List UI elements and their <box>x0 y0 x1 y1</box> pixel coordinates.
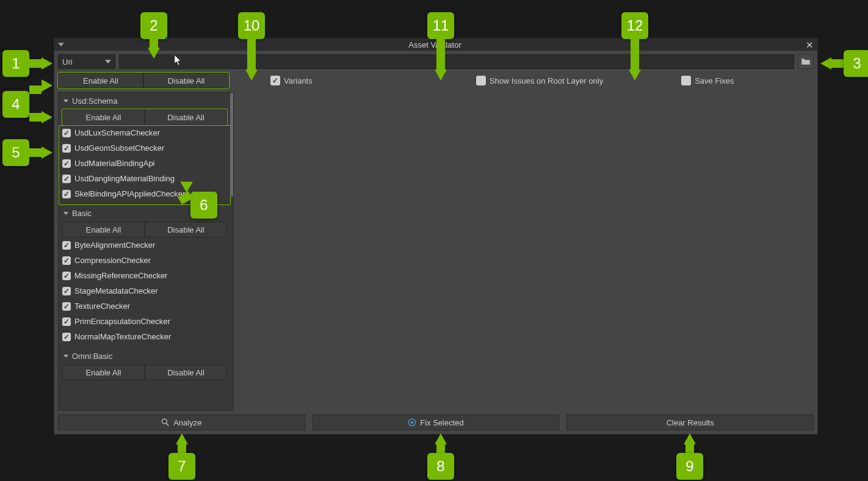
group-title: Usd:Schema <box>72 96 117 106</box>
checkbox-icon[interactable] <box>62 241 71 250</box>
mode-select-label: Uri <box>62 57 73 67</box>
mode-select[interactable]: Uri <box>58 54 115 69</box>
group-enable-disable: Enable AllDisable All <box>62 109 227 125</box>
group-enable-all-button[interactable]: Enable All <box>62 364 145 380</box>
checker-label: TextureChecker <box>74 302 130 311</box>
group-header[interactable]: Omni:Basic <box>59 348 231 364</box>
svg-line-1 <box>167 424 169 426</box>
asset-validator-window: Asset Validator ✕ Uri Enable All Disable… <box>54 38 818 435</box>
callout-4: 4 <box>2 91 29 118</box>
checker-label: ByteAlignmentChecker <box>74 240 155 250</box>
callout-3: 3 <box>844 50 868 77</box>
callout-9: 9 <box>676 453 703 480</box>
checker-label: UsdGeomSubsetChecker <box>74 143 164 153</box>
scrollbar[interactable] <box>230 93 233 197</box>
group-enable-all-button[interactable]: Enable All <box>62 222 145 237</box>
enable-all-button[interactable]: Enable All <box>58 73 143 89</box>
play-icon <box>408 418 416 427</box>
callout-2: 2 <box>140 12 167 39</box>
checker-row[interactable]: MissingReferenceChecker <box>61 269 228 282</box>
svg-point-0 <box>162 419 167 424</box>
checker-label: UsdLuxSchemaChecker <box>74 128 160 137</box>
button-label: Fix Selected <box>420 418 464 427</box>
group-enable-all-button[interactable]: Enable All <box>62 109 145 125</box>
rules-sidebar: Usd:SchemaEnable AllDisable AllUsdLuxSch… <box>58 92 234 411</box>
checkbox-icon[interactable] <box>62 317 71 326</box>
checkbox-icon[interactable] <box>681 76 691 85</box>
checker-row[interactable]: ByteAlignmentChecker <box>61 239 228 251</box>
group-title: Omni:Basic <box>72 352 112 361</box>
option-variants[interactable]: Variants <box>270 76 313 85</box>
checker-row[interactable]: TextureChecker <box>61 300 228 313</box>
checker-row[interactable]: UsdLuxSchemaChecker <box>61 126 228 139</box>
callout-12: 12 <box>621 12 648 39</box>
chevron-down-icon <box>105 60 111 63</box>
callout-7: 7 <box>168 453 195 480</box>
checker-label: MissingReferenceChecker <box>74 271 167 280</box>
checker-label: PrimEncapsulationChecker <box>74 317 170 326</box>
checkbox-icon[interactable] <box>62 302 71 311</box>
option-label: Save Fixes <box>695 76 734 85</box>
checker-row[interactable]: CompressionChecker <box>61 254 228 267</box>
group-enable-disable: Enable AllDisable All <box>62 364 227 380</box>
checkbox-icon[interactable] <box>62 272 71 280</box>
option-label: Show Issues on Root Layer only <box>490 76 603 85</box>
chevron-down-icon <box>63 212 68 215</box>
checker-row[interactable]: PrimEncapsulationChecker <box>61 315 228 328</box>
search-icon <box>161 418 170 427</box>
button-label: Clear Results <box>667 418 714 427</box>
global-enable-disable: Enable All Disable All <box>58 73 229 89</box>
checker-list <box>59 380 231 386</box>
collapse-icon[interactable] <box>58 43 64 46</box>
browse-button[interactable] <box>798 54 814 69</box>
chevron-down-icon <box>63 99 68 103</box>
checkbox-icon[interactable] <box>62 287 71 295</box>
callout-1: 1 <box>2 50 29 77</box>
checkbox-icon[interactable] <box>62 333 71 341</box>
callout-10: 10 <box>238 12 265 39</box>
checkbox-icon[interactable] <box>62 190 71 198</box>
group-disable-all-button[interactable]: Disable All <box>145 222 227 237</box>
checker-label: CompressionChecker <box>74 256 151 265</box>
group-title: Basic <box>72 209 92 218</box>
fix-selected-button[interactable]: Fix Selected <box>313 414 560 430</box>
callout-5: 5 <box>2 139 29 166</box>
checkbox-icon[interactable] <box>62 129 71 137</box>
checker-label: UsdMaterialBindingApi <box>74 159 155 168</box>
checker-row[interactable]: StageMetadataChecker <box>61 284 228 297</box>
checkbox-icon[interactable] <box>270 76 280 85</box>
group-disable-all-button[interactable]: Disable All <box>145 109 227 125</box>
checkbox-icon[interactable] <box>62 144 71 153</box>
option-root-only[interactable]: Show Issues on Root Layer only <box>476 76 603 85</box>
results-panel <box>237 92 814 411</box>
actions-row: Analyze Fix Selected Clear Results <box>54 411 817 434</box>
checker-row[interactable]: UsdMaterialBindingApi <box>61 157 228 170</box>
checkbox-icon[interactable] <box>476 76 486 85</box>
clear-results-button[interactable]: Clear Results <box>566 414 814 430</box>
checker-row[interactable]: UsdGeomSubsetChecker <box>61 142 228 154</box>
group-enable-disable: Enable AllDisable All <box>62 222 227 237</box>
uri-input[interactable] <box>119 54 794 69</box>
checker-row[interactable]: NormalMapTextureChecker <box>61 330 228 343</box>
checker-label: StageMetadataChecker <box>74 286 158 295</box>
checker-list: ByteAlignmentCheckerCompressionCheckerMi… <box>59 237 231 348</box>
option-label: Variants <box>284 76 313 85</box>
callout-6: 6 <box>190 192 217 219</box>
cursor-icon <box>175 55 182 66</box>
checkbox-icon[interactable] <box>62 175 71 183</box>
group-header[interactable]: Usd:Schema <box>59 93 231 109</box>
analyze-button[interactable]: Analyze <box>58 414 305 430</box>
button-label: Analyze <box>173 418 201 427</box>
close-icon[interactable]: ✕ <box>806 40 814 49</box>
group-disable-all-button[interactable]: Disable All <box>145 364 227 380</box>
checker-label: SkelBindingAPIAppliedChecker <box>74 189 185 198</box>
checkbox-icon[interactable] <box>62 256 71 265</box>
option-save-fixes[interactable]: Save Fixes <box>681 76 734 85</box>
checkbox-icon[interactable] <box>62 159 71 168</box>
checker-label: NormalMapTextureChecker <box>74 332 171 341</box>
folder-icon <box>801 58 811 65</box>
chevron-down-icon <box>63 355 68 358</box>
svg-marker-3 <box>411 421 414 424</box>
disable-all-button[interactable]: Disable All <box>143 73 229 89</box>
callout-11: 11 <box>427 12 454 39</box>
